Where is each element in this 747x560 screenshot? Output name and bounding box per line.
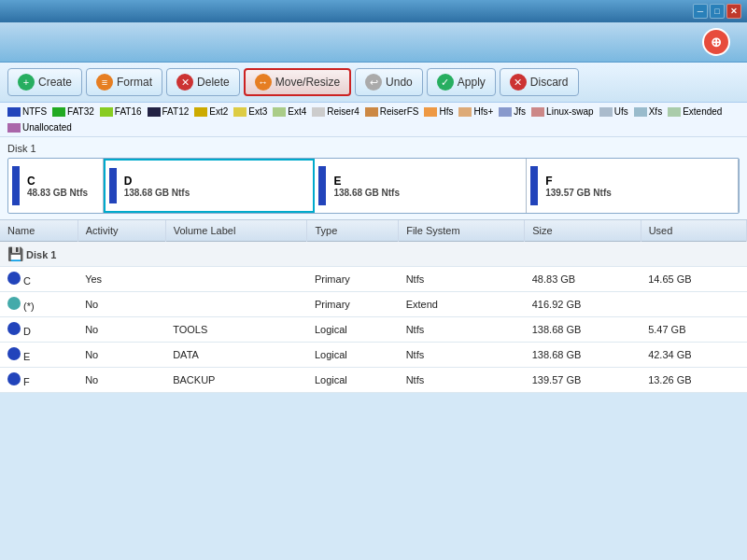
cell-size-1: 416.92 GB — [525, 292, 641, 317]
close-button[interactable]: ✕ — [726, 4, 741, 19]
cell-type-2: Logical — [307, 317, 399, 343]
disk-partition-e[interactable]: E 138.68 GB Ntfs — [315, 159, 527, 213]
discard-button[interactable]: ✕Discard — [500, 68, 579, 96]
legend-label-ext4: Ext4 — [288, 106, 306, 117]
disk-partition-d[interactable]: D 138.68 GB Ntfs — [104, 159, 316, 213]
maximize-button[interactable]: □ — [710, 4, 725, 19]
disk-section-label: 💾 Disk 1 — [0, 242, 747, 267]
legend-color-ext3 — [233, 107, 247, 117]
legend-label-fat16: FAT16 — [115, 106, 142, 117]
col-header-file-system: File System — [399, 220, 525, 242]
cell-type-4: Logical — [307, 368, 399, 393]
table-row[interactable]: ENoDATALogicalNtfs138.68 GB42.34 GB — [0, 343, 747, 368]
partition-size-e: 138.68 GB Ntfs — [333, 188, 520, 198]
cell-volume_label-0 — [165, 267, 307, 292]
disk-partition-c[interactable]: C 48.83 GB Ntfs — [8, 159, 104, 213]
cell-name-4: F — [0, 368, 78, 393]
cell-size-0: 48.83 GB — [525, 267, 641, 292]
cell-type-0: Primary — [307, 267, 399, 292]
legend-label-hfs: Hfs — [439, 106, 453, 117]
partition-dot-4 — [7, 372, 21, 385]
partition-info-f: F 139.57 GB Ntfs — [545, 175, 732, 198]
partition-info-d: D 138.68 GB Ntfs — [124, 175, 308, 198]
undo-icon: ↩ — [365, 74, 382, 91]
legend-label-linux-swap: Linux-swap — [546, 106, 594, 117]
legend-color-ext4 — [273, 107, 286, 117]
app-header: ⊕ — [0, 22, 747, 63]
partition-name-e: E — [333, 175, 520, 188]
legend-item-fat32: FAT32 — [52, 106, 94, 117]
cell-size-3: 138.68 GB — [525, 343, 641, 368]
discard-icon: ✕ — [510, 74, 527, 91]
create-button[interactable]: +Create — [7, 68, 82, 96]
legend-item-ext3: Ext3 — [233, 106, 267, 117]
legend-label-hfs+: Hfs+ — [473, 106, 493, 117]
partition-bar-c — [12, 166, 20, 205]
cell-activity-2: No — [78, 317, 165, 343]
cell-volume_label-3: DATA — [165, 343, 307, 368]
legend-color-reiser4 — [312, 107, 325, 117]
cell-used-4: 13.26 GB — [641, 368, 746, 393]
legend-color-fat12 — [148, 107, 161, 117]
legend-label-extended: Extended — [683, 106, 722, 117]
format-button[interactable]: ≡Format — [86, 68, 162, 96]
cell-name-0: C — [0, 267, 78, 292]
format-icon: ≡ — [96, 74, 113, 91]
partition-table-area: NameActivityVolume LabelTypeFile SystemS… — [0, 220, 747, 560]
partition-dot-2 — [7, 322, 21, 335]
legend-label-unallocated: Unallocated — [22, 122, 72, 133]
legend-item-hfs: Hfs — [424, 106, 453, 117]
legend-color-reiserfs — [365, 107, 378, 117]
legend-color-extended — [668, 107, 681, 117]
cell-volume_label-4: BACKUP — [165, 368, 307, 393]
cell-used-3: 42.34 GB — [641, 343, 746, 368]
legend-label-ntfs: NTFS — [22, 106, 47, 117]
partition-dot-1 — [7, 297, 21, 310]
partition-table: NameActivityVolume LabelTypeFile SystemS… — [0, 220, 747, 393]
format-label: Format — [117, 76, 152, 89]
delete-icon: ✕ — [176, 74, 193, 91]
disk-section-row: 💾 Disk 1 — [0, 242, 747, 267]
partition-bar-e — [318, 166, 326, 205]
legend-color-fat16 — [100, 107, 113, 117]
legend-item-jfs: Jfs — [499, 106, 526, 117]
cell-activity-4: No — [78, 368, 165, 393]
table-row[interactable]: CYesPrimaryNtfs48.83 GB14.65 GB — [0, 267, 747, 292]
apply-button[interactable]: ✓Apply — [427, 68, 496, 96]
legend-label-fat32: FAT32 — [67, 106, 94, 117]
partition-size-f: 139.57 GB Ntfs — [545, 188, 732, 198]
legend-color-hfs — [424, 107, 437, 117]
cell-size-2: 138.68 GB — [525, 317, 641, 343]
disk-visual: C 48.83 GB Ntfs D 138.68 GB Ntfs E 138.6… — [7, 158, 740, 214]
undo-button[interactable]: ↩Undo — [355, 68, 423, 96]
cell-file_system-3: Ntfs — [399, 343, 525, 368]
legend-color-ntfs — [7, 107, 21, 117]
cell-activity-1: No — [78, 292, 165, 317]
table-row[interactable]: (*)NoPrimaryExtend416.92 GB — [0, 292, 747, 317]
move-label: Move/Resize — [275, 76, 340, 89]
move-icon: ↔ — [255, 74, 272, 91]
col-header-name: Name — [0, 220, 78, 242]
move-button[interactable]: ↔Move/Resize — [244, 68, 351, 96]
partition-dot-3 — [7, 347, 21, 360]
cell-file_system-2: Ntfs — [399, 317, 525, 343]
cell-file_system-0: Ntfs — [399, 267, 525, 292]
legend-item-ufs: Ufs — [599, 106, 628, 117]
apply-icon: ✓ — [437, 74, 454, 91]
minimize-button[interactable]: ─ — [693, 4, 708, 19]
table-row[interactable]: DNoTOOLSLogicalNtfs138.68 GB5.47 GB — [0, 317, 747, 343]
delete-button[interactable]: ✕Delete — [166, 68, 240, 96]
undo-label: Undo — [386, 76, 413, 89]
toolbar: +Create≡Format✕Delete↔Move/Resize↩Undo✓A… — [0, 63, 747, 103]
legend-label-fat12: FAT12 — [162, 106, 190, 117]
legend-color-ufs — [599, 107, 613, 117]
cell-activity-0: Yes — [78, 267, 165, 292]
partition-legend: NTFSFAT32FAT16FAT12Ext2Ext3Ext4Reiser4Re… — [0, 103, 747, 137]
partition-name-c: C — [27, 175, 97, 188]
disk-partition-f[interactable]: F 139.57 GB Ntfs — [527, 159, 739, 213]
table-row[interactable]: FNoBACKUPLogicalNtfs139.57 GB13.26 GB — [0, 368, 747, 393]
create-icon: + — [18, 74, 35, 91]
disk-label: Disk 1 — [7, 143, 740, 154]
partition-info-e: E 138.68 GB Ntfs — [333, 175, 520, 198]
cell-file_system-4: Ntfs — [399, 368, 525, 393]
